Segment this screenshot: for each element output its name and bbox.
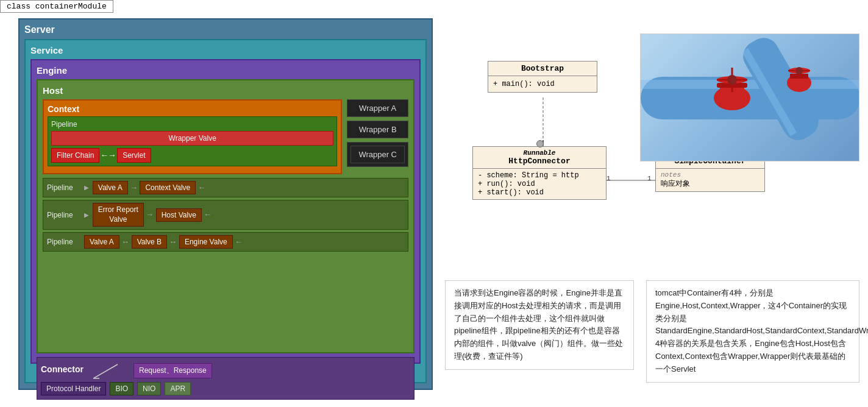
title-text: class containerModule [7,2,107,11]
arrow-both-2: ↔ [171,238,176,247]
valve-b-box: Valve B [132,235,167,249]
uml-httpconnector-box: Runnable HttpConnector - scheme: String … [472,146,607,200]
bio-label: BIO [115,384,128,393]
svg-line-0 [93,364,118,378]
svg-rect-6 [641,80,859,89]
pipeline-row-1: Pipeline ▶ Valve A → Context Valve ← [43,178,408,197]
arrow-r-2: → [132,183,137,193]
circle-connector [536,140,544,147]
uml-simplecontainer-body: notes 响应对象 [656,169,764,191]
wrapper-b-box: Wrapper B [347,121,408,138]
uml-bootstrap-method-row: + main(): void [493,80,592,88]
svg-point-15 [727,75,737,85]
filter-servlet-row: Filter Chain ← → Servlet [51,148,333,163]
wrapper-right-col: Wrapper A Wrapper B Wrapper C [347,99,408,167]
context-box: Context Pipeline Wrapper Valve Filter Ch… [43,99,342,174]
valve-a2-box: Valve A [84,235,119,249]
uml-scheme-field: - scheme: String = http [478,171,601,180]
pipe-background [641,34,859,161]
arrow-l-4: ← [237,238,241,247]
uml-mult-1-left: 1 [607,175,611,182]
wrapper-a-label: Wrapper A [359,104,396,113]
uml-bootstrap-method: + main(): void [493,80,555,88]
arrow-l-3: ← [205,210,210,219]
uml-start-method: + start(): void [478,188,601,197]
filter-chain-box: Filter Chain [51,148,99,163]
protocol-handler-box: Protocol Handler [41,382,106,395]
uml-run-method: + run(): void [478,180,601,188]
valve-a-box: Valve A [93,181,128,194]
arrow-both-1: ↔ [123,238,128,247]
host-valve-label: Host Valve [162,211,196,219]
host-box: Host Context Pipeline Wrapper Valve [37,79,414,353]
uml-mult-1-right: 1 [647,175,652,182]
text-box-left: 当请求到达Engine容器的时候，Engine并非是直接调用对应的Host去处理… [445,280,634,370]
pipeline-wrapper-box: Pipeline Wrapper Valve Filter Chain ← [48,116,337,166]
valve-a2-label: Valve A [90,238,114,246]
context-wrapper-row: Context Pipeline Wrapper Valve Filter Ch… [43,99,408,174]
pipeline-row-2: Pipeline ▶ Error Report Valve → Host Val… [43,200,408,230]
nio-label: NIO [143,384,155,393]
error-report-box: Error Report Valve [93,203,144,227]
valve-a-label: Valve A [98,183,123,192]
wrapper-c-label: Wrapper C [358,150,397,159]
connector-svg [93,361,130,380]
service-box: Service Engine Host Context Pipeline [24,39,427,383]
wrapper-b-label: Wrapper B [359,125,397,134]
engine-label: Engine [37,65,414,76]
pipeline-label-1: Pipeline [51,120,333,129]
pipeline-label-2: Pipeline [47,183,80,192]
pipe-svg [641,34,859,161]
engine-valve-label: Engine Valve [185,238,227,246]
server-label: Server [24,24,427,35]
arrow-left-1: ← [102,150,107,160]
text-box-right: tomcat中Container有4种，分别是Engine,Host,Conte… [646,280,859,383]
server-box: Server Service Engine Host Context Pipel… [18,18,433,390]
svg-rect-17 [790,74,808,79]
text-left-content: 当请求到达Engine容器的时候，Engine并非是直接调用对应的Host去处理… [454,288,623,361]
wrapper-c-box: Wrapper C [350,146,405,163]
connector-icon [93,361,130,380]
wrapper-valve-label: Wrapper Valve [169,134,216,143]
protocol-handler-label: Protocol Handler [46,384,101,393]
apr-label: APR [170,384,185,393]
wrapper-a-box: Wrapper A [347,99,408,117]
engine-box: Engine Host Context Pipeline Wrapper Val… [30,59,421,364]
filter-chain-label: Filter Chain [57,151,94,160]
left-diagram-panel: Server Service Engine Host Context Pipel… [18,18,445,396]
context-label: Context [48,104,337,114]
engine-valve-box: Engine Valve [179,235,233,249]
connector-label: Connector [41,364,84,374]
uml-bootstrap-box: Bootstrap + main(): void [488,61,597,93]
bio-box: BIO [110,382,133,395]
uml-httpconnector-title: Runnable HttpConnector [473,147,606,169]
context-valve-box: Context Valve [140,181,196,194]
wrapper-c-outer: Wrapper C [347,142,408,167]
servlet-label: Servlet [123,151,145,160]
req-resp-box: Request、Response [133,363,212,378]
uml-httpconnector-body: - scheme: String = http + run(): void + … [473,169,606,199]
tri-2: ▶ [84,210,89,220]
connector-section: Connector Request、Response [37,357,414,400]
text-right-content: tomcat中Container有4种，分别是Engine,Host,Conte… [655,288,868,373]
arrow-r-3: → [148,210,152,219]
servlet-box: Servlet [117,148,151,163]
req-resp-label: Request、Response [139,366,207,375]
uml-notes-label: notes [661,171,760,179]
uml-diagram: Bootstrap + main(): void Runnable HttpCo… [448,61,643,268]
pipeline-label-3: Pipeline [47,211,80,219]
host-label: Host [43,85,408,96]
context-valve-label: Context Valve [145,183,190,192]
uml-bootstrap-title: Bootstrap [488,62,597,76]
valve-b-label: Valve B [137,238,162,246]
uml-notes-text: 响应对象 [661,179,760,189]
pipeline-label-4: Pipeline [47,238,80,246]
title-bar: class containerModule [0,0,113,13]
pipe-image-container [640,34,859,161]
wrapper-valve-box: Wrapper Valve [51,131,333,146]
uml-line-bootstrap [542,97,544,146]
tri-1: ▶ [84,183,89,193]
connector-row: Connector Request、Response [41,361,410,380]
uml-runnable-italic: Runnable [478,149,601,157]
nio-box: NIO [137,382,161,395]
